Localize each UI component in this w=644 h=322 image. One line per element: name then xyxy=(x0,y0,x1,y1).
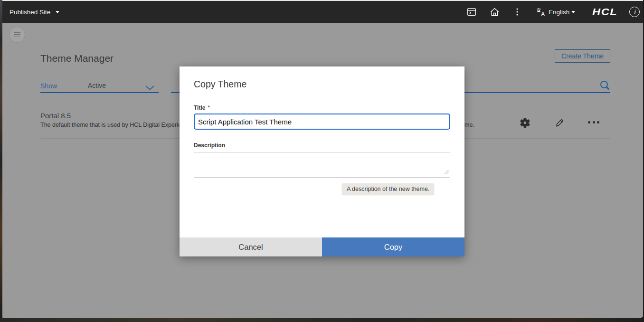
site-selector-dropdown[interactable]: Published Site xyxy=(9,1,59,23)
language-icon[interactable]: A xyxy=(536,7,546,17)
theme-description: The default theme that is used by HCL Di… xyxy=(40,122,185,128)
description-textarea[interactable] xyxy=(194,152,450,178)
title-input[interactable] xyxy=(194,114,450,130)
create-theme-button[interactable]: Create Theme xyxy=(555,49,610,63)
resize-handle-icon[interactable] xyxy=(445,168,449,176)
more-ellipsis-icon[interactable] xyxy=(588,121,599,123)
info-icon[interactable]: i xyxy=(629,7,640,17)
required-asterisk: * xyxy=(208,104,209,110)
language-label[interactable]: English xyxy=(549,9,569,16)
copy-button[interactable]: Copy xyxy=(322,237,464,256)
filter-dropdown-selected[interactable]: Active xyxy=(88,82,106,89)
desktop-edge-left xyxy=(0,0,2,322)
browser-window: Published Site A English xyxy=(0,0,644,322)
search-icon[interactable] xyxy=(599,79,611,94)
settings-gear-icon[interactable] xyxy=(519,117,531,131)
svg-text:A: A xyxy=(541,11,545,17)
show-filter-label: Show xyxy=(40,82,57,90)
site-selector-label: Published Site xyxy=(9,9,50,16)
home-icon[interactable] xyxy=(489,6,500,18)
dialog-button-row: Cancel Copy xyxy=(180,237,464,256)
edit-pencil-icon[interactable] xyxy=(553,117,565,131)
desktop-edge-bottom xyxy=(0,318,644,322)
chevron-down-icon xyxy=(56,11,59,13)
dialog-title: Copy Theme xyxy=(194,79,246,90)
hcl-logo: HCL xyxy=(592,6,617,18)
overflow-menu-icon[interactable] xyxy=(511,6,523,18)
description-field-wrap xyxy=(194,152,450,178)
filter-chevron-down-icon[interactable] xyxy=(145,84,154,93)
theme-description-fragment: me. xyxy=(464,122,474,128)
description-tooltip: A description of the new theme. xyxy=(342,183,434,195)
language-chevron-down-icon[interactable] xyxy=(570,9,576,15)
top-navigation-bar: Published Site A English xyxy=(0,0,644,23)
title-field-label: Title* xyxy=(194,104,210,111)
description-field-label: Description xyxy=(194,142,225,149)
cancel-button[interactable]: Cancel xyxy=(180,237,322,256)
show-filter-underline xyxy=(40,92,159,93)
hamburger-menu-button[interactable] xyxy=(9,27,25,43)
site-preview-icon[interactable] xyxy=(466,6,477,18)
page-title: Theme Manager xyxy=(40,53,114,64)
theme-name: Portal 8.5 xyxy=(40,112,71,120)
copy-theme-dialog: Copy Theme Title* Description A descript… xyxy=(180,66,464,256)
